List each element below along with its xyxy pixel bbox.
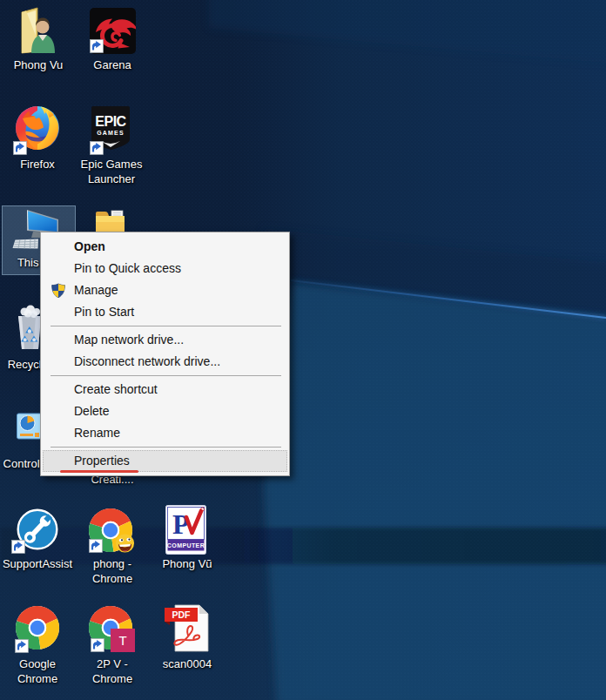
- svg-text:EPIC: EPIC: [95, 114, 126, 129]
- svg-text:PDF: PDF: [172, 609, 192, 620]
- svg-text:GAMES: GAMES: [97, 130, 125, 136]
- svg-text:COMPUTER: COMPUTER: [167, 542, 205, 549]
- svg-text:T: T: [118, 633, 126, 648]
